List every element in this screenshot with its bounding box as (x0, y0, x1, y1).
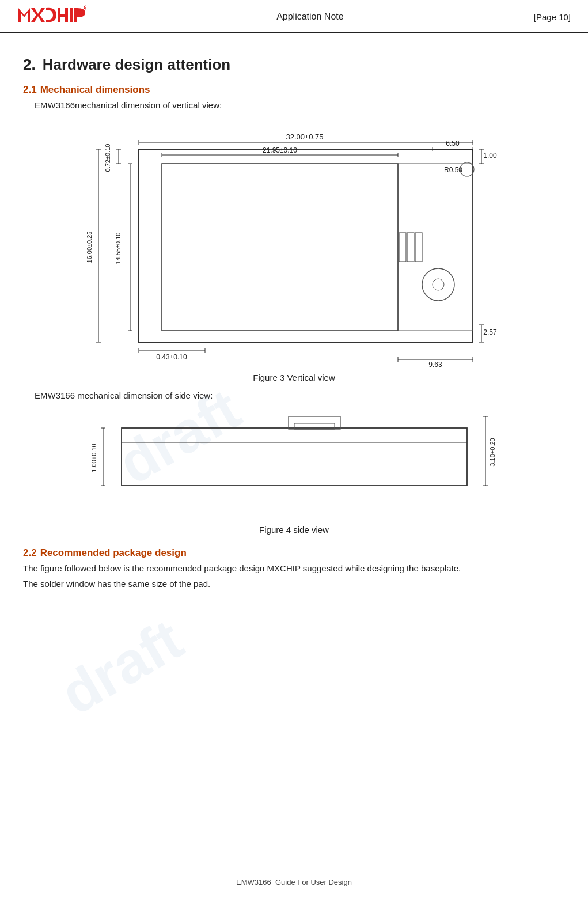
svg-point-39 (422, 268, 454, 301)
svg-text:R: R (85, 7, 87, 10)
text-recommended1: The figure followed below is the recomme… (23, 563, 565, 573)
subsection21: 2.1Mechanical dimensions (23, 84, 565, 96)
svg-text:6.50: 6.50 (446, 139, 460, 147)
text-side-view: EMW3166 mechanical dimension of side vie… (35, 391, 565, 400)
svg-text:16.00±0.25: 16.00±0.25 (87, 232, 93, 263)
svg-point-40 (433, 279, 444, 290)
logo-area: R (17, 5, 86, 29)
svg-rect-13 (139, 149, 473, 342)
svg-marker-0 (18, 8, 30, 22)
svg-text:14.55±0.10: 14.55±0.10 (115, 233, 122, 264)
subsection22: 2.2Recommended package design (23, 547, 565, 559)
svg-text:2.57: 2.57 (483, 328, 497, 336)
svg-text:1.00+0.10: 1.00+0.10 (90, 444, 97, 472)
page-footer: EMW3166_Guide For User Design (0, 874, 588, 886)
svg-marker-1 (31, 8, 45, 22)
diagram-vertical: 32.00±0.75 21.95±0.10 0.72±0.10 16.00±0.… (87, 120, 502, 368)
main-content: 2.Hardware design attention 2.1Mechanica… (0, 33, 588, 612)
diagram-side: 1.00+0.10 3.10+0.20 (87, 411, 502, 520)
svg-rect-6 (74, 8, 77, 22)
section2-heading: 2.Hardware design attention (23, 56, 565, 74)
svg-rect-36 (399, 233, 406, 262)
section2-title: Hardware design attention (43, 56, 231, 73)
sub1-number: 2.1 (23, 84, 37, 95)
section2-number: 2. (23, 56, 36, 73)
svg-text:21.95±0.10: 21.95±0.10 (263, 146, 297, 154)
svg-rect-4 (58, 14, 68, 17)
svg-rect-5 (70, 8, 73, 22)
svg-rect-14 (162, 164, 398, 331)
figure3-caption: Figure 3 Vertical view (253, 373, 335, 382)
svg-rect-15 (398, 164, 473, 331)
svg-text:9.63: 9.63 (428, 361, 442, 368)
svg-rect-37 (407, 233, 414, 262)
figure3-container: 32.00±0.75 21.95±0.10 0.72±0.10 16.00±0.… (23, 120, 565, 382)
header-title: Application Note (86, 12, 534, 22)
svg-rect-59 (122, 428, 467, 486)
logo: R (17, 5, 86, 29)
figure4-caption: Figure 4 side view (259, 525, 329, 535)
sub1-title: Mechanical dimensions (40, 84, 150, 95)
figure4-container: 1.00+0.10 3.10+0.20 Figure 4 side view (23, 411, 565, 535)
svg-rect-38 (415, 233, 422, 262)
watermark2: draft (50, 606, 194, 728)
svg-rect-61 (289, 416, 340, 429)
sub2-number: 2.2 (23, 547, 37, 558)
text-recommended2: The solder window has the same size of t… (23, 579, 565, 589)
page-header: R Application Note [Page 10] (0, 0, 588, 33)
sub2-title: Recommended package design (40, 547, 187, 558)
header-page: [Page 10] (534, 12, 571, 22)
logo-svg: R (17, 5, 86, 25)
svg-text:0.72±0.10: 0.72±0.10 (104, 144, 111, 172)
svg-text:32.00±0.75: 32.00±0.75 (286, 132, 323, 141)
footer-text: EMW3166_Guide For User Design (236, 878, 352, 886)
svg-text:0.43±0.10: 0.43±0.10 (156, 353, 187, 361)
svg-text:1.00: 1.00 (483, 151, 497, 160)
svg-text:3.10+0.20: 3.10+0.20 (489, 438, 496, 466)
text-vertical-view: EMW3166mechanical dimension of vertical … (35, 100, 565, 110)
